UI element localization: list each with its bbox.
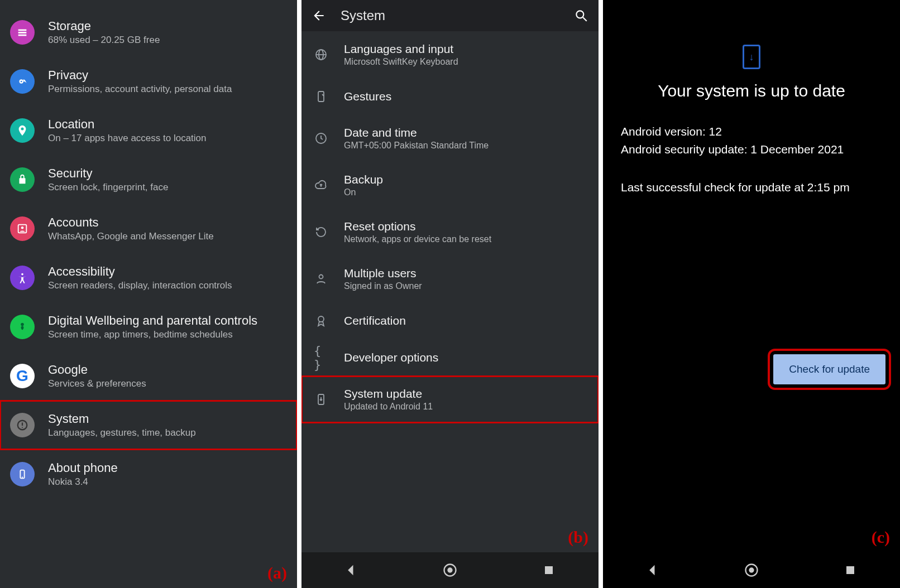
appbar-title: System xyxy=(341,8,559,23)
settings-row-system[interactable]: System Languages, gestures, time, backup xyxy=(0,401,297,450)
sys-row-certification[interactable]: Certification xyxy=(301,302,599,339)
panel-label-a: (a) xyxy=(267,563,287,582)
settings-row-text: Privacy Permissions, account activity, p… xyxy=(48,68,232,95)
svg-point-7 xyxy=(21,273,23,276)
svg-point-21 xyxy=(319,275,323,279)
sys-row-text: Languages and input Microsoft SwiftKey K… xyxy=(344,42,458,67)
sys-row-text: Certification xyxy=(344,314,406,327)
settings-row-text: Accounts WhatsApp, Google and Messenger … xyxy=(48,215,214,242)
svg-rect-19 xyxy=(318,91,324,102)
row-sub: On – 17 apps have access to location xyxy=(48,133,207,144)
svg-rect-2 xyxy=(18,35,27,36)
sys-sub: Microsoft SwiftKey Keyboard xyxy=(344,57,458,67)
sys-row-text: Backup On xyxy=(344,173,383,197)
sys-sub: Network, apps or device can be reset xyxy=(344,234,491,244)
sys-row-reset[interactable]: Reset options Network, apps or device ca… xyxy=(301,209,599,256)
settings-row-wellbeing[interactable]: Digital Wellbeing and parental controls … xyxy=(0,302,297,351)
sys-sub: GMT+05:00 Pakistan Standard Time xyxy=(344,141,489,151)
settings-row-text: Digital Wellbeing and parental controls … xyxy=(48,314,257,340)
sys-row-datetime[interactable]: Date and time GMT+05:00 Pakistan Standar… xyxy=(301,115,599,162)
nav-recents-icon[interactable] xyxy=(541,562,557,578)
settings-row-text: Accessibility Screen readers, display, i… xyxy=(48,264,232,291)
svg-line-15 xyxy=(583,17,587,21)
settings-row-google[interactable]: G Google Services & preferences xyxy=(0,351,297,401)
row-sub: Screen time, app timers, bedtime schedul… xyxy=(48,329,257,340)
last-check: Last successful check for update at 2:15… xyxy=(621,181,882,194)
sys-row-backup[interactable]: Backup On xyxy=(301,162,599,209)
nav-home-icon[interactable] xyxy=(744,562,759,578)
settings-row-storage[interactable]: Storage 68% used – 20.25 GB free xyxy=(0,8,297,57)
settings-row-text: Security Screen lock, fingerprint, face xyxy=(48,166,168,193)
user-icon xyxy=(314,272,328,286)
svg-rect-0 xyxy=(18,30,27,31)
nav-back-icon[interactable] xyxy=(343,562,359,578)
clock-icon xyxy=(314,131,328,146)
settings-row-text: Storage 68% used – 20.25 GB free xyxy=(48,19,160,46)
location-icon xyxy=(10,118,35,143)
svg-point-8 xyxy=(21,323,24,326)
update-hero: ↓ Your system is up to date xyxy=(603,0,900,100)
navbar xyxy=(603,552,900,588)
settings-row-security[interactable]: Security Screen lock, fingerprint, face xyxy=(0,155,297,204)
row-title: Location xyxy=(48,117,207,132)
sys-row-text: System update Updated to Android 11 xyxy=(344,387,433,412)
svg-point-28 xyxy=(749,567,754,572)
row-sub: WhatsApp, Google and Messenger Lite xyxy=(48,231,214,242)
settings-row-accessibility[interactable]: Accessibility Screen readers, display, i… xyxy=(0,253,297,302)
sys-sub: Signed in as Owner xyxy=(344,281,422,291)
android-version: Android version: 12 xyxy=(621,125,882,138)
sys-row-text: Gestures xyxy=(344,90,391,103)
nav-back-icon[interactable] xyxy=(645,562,660,578)
sys-sub: Updated to Android 11 xyxy=(344,402,433,412)
svg-point-11 xyxy=(22,427,23,428)
about-icon xyxy=(10,462,35,486)
settings-panel-a: Storage 68% used – 20.25 GB free Privacy… xyxy=(0,0,297,588)
sys-title: Backup xyxy=(344,173,383,186)
search-icon[interactable] xyxy=(574,8,588,23)
sys-row-users[interactable]: Multiple users Signed in as Owner xyxy=(301,256,599,302)
check-button-container: Check for update xyxy=(603,342,900,404)
settings-list: Storage 68% used – 20.25 GB free Privacy… xyxy=(0,0,297,499)
braces-icon: { } xyxy=(314,350,328,365)
row-sub: Services & preferences xyxy=(48,378,146,389)
accessibility-icon xyxy=(10,266,35,290)
settings-row-privacy[interactable]: Privacy Permissions, account activity, p… xyxy=(0,57,297,106)
settings-row-text: Location On – 17 apps have access to loc… xyxy=(48,117,207,144)
accounts-icon xyxy=(10,216,35,241)
row-title: About phone xyxy=(48,461,118,475)
settings-row-about[interactable]: About phone Nokia 3.4 xyxy=(0,450,297,499)
sys-title: System update xyxy=(344,387,433,401)
sys-row-developer[interactable]: { } Developer options xyxy=(301,339,599,376)
nav-recents-icon[interactable] xyxy=(842,562,858,578)
sys-title: Date and time xyxy=(344,126,489,139)
row-sub: Screen lock, fingerprint, face xyxy=(48,182,168,193)
row-title: Security xyxy=(48,166,168,181)
reset-icon xyxy=(314,225,328,239)
globe-icon xyxy=(314,47,328,62)
storage-icon xyxy=(10,20,35,45)
row-title: Storage xyxy=(48,19,160,33)
badge-icon xyxy=(314,314,328,328)
sys-row-update[interactable]: System update Updated to Android 11 xyxy=(301,376,599,423)
update-info: Android version: 12 Android security upd… xyxy=(603,100,900,194)
svg-point-4 xyxy=(21,81,22,83)
row-title: Privacy xyxy=(48,68,232,83)
sys-row-languages[interactable]: Languages and input Microsoft SwiftKey K… xyxy=(301,31,599,78)
wellbeing-icon xyxy=(10,315,35,339)
gesture-icon xyxy=(314,89,328,104)
svg-rect-29 xyxy=(846,566,854,574)
back-icon[interactable] xyxy=(312,8,326,23)
sys-sub: On xyxy=(344,187,383,197)
security-icon xyxy=(10,167,35,192)
sys-row-gestures[interactable]: Gestures xyxy=(301,78,599,115)
nav-home-icon[interactable] xyxy=(442,562,458,578)
panel-label-c: (c) xyxy=(872,528,890,547)
row-title: Accessibility xyxy=(48,264,232,279)
settings-row-text: Google Services & preferences xyxy=(48,363,146,389)
row-title: Google xyxy=(48,363,146,377)
update-panel-c: ↓ Your system is up to date Android vers… xyxy=(603,0,900,588)
settings-row-accounts[interactable]: Accounts WhatsApp, Google and Messenger … xyxy=(0,204,297,253)
row-title: Digital Wellbeing and parental controls xyxy=(48,314,257,328)
settings-row-location[interactable]: Location On – 17 apps have access to loc… xyxy=(0,106,297,155)
check-for-update-button[interactable]: Check for update xyxy=(773,354,885,384)
